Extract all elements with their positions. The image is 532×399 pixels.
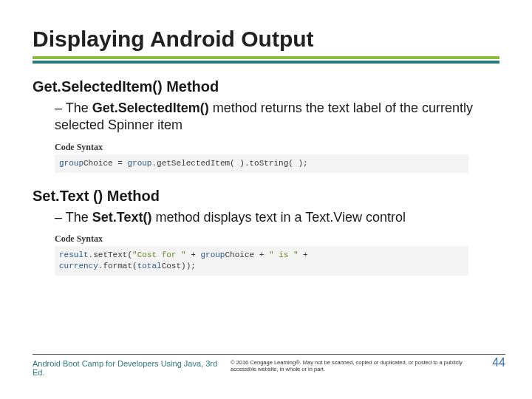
page-number: 44 xyxy=(488,356,505,369)
bullet-get-selected: – The Get.SelectedItem() method returns … xyxy=(55,100,499,134)
syntax-code-get-selected: groupChoice = group.getSelectedItem( ).t… xyxy=(55,154,468,173)
bullet-text-prefix: – The xyxy=(55,210,92,225)
page-title: Displaying Android Output xyxy=(33,27,499,52)
footer-copyright: © 2016 Cengage Learning®. May not be sca… xyxy=(231,359,488,373)
syntax-label: Code Syntax xyxy=(55,232,468,246)
bullet-text-bold: Get.SelectedItem() xyxy=(92,100,209,115)
syntax-block-get-selected: Code Syntax groupChoice = group.getSelec… xyxy=(55,140,468,173)
bullet-set-text: – The Set.Text() method displays text in… xyxy=(55,209,499,226)
syntax-code-set-text: result.setText("Cost for " + groupChoice… xyxy=(55,246,468,276)
divider-green xyxy=(33,56,499,59)
divider-teal xyxy=(33,61,499,64)
heading-get-selected: Get.SelectedItem() Method xyxy=(33,78,499,95)
bullet-text-bold: Set.Text() xyxy=(92,210,152,225)
bullet-text-rest: method displays text in a Text.View cont… xyxy=(151,210,406,225)
heading-set-text: Set.Text () Method xyxy=(33,188,499,205)
syntax-label: Code Syntax xyxy=(55,140,468,154)
footer: Android Boot Camp for Developers Using J… xyxy=(33,354,505,377)
section-get-selected: Get.SelectedItem() Method – The Get.Sele… xyxy=(33,78,499,173)
footer-book-title: Android Boot Camp for Developers Using J… xyxy=(33,359,231,377)
section-set-text: Set.Text () Method – The Set.Text() meth… xyxy=(33,188,499,276)
bullet-text-prefix: – The xyxy=(55,100,92,115)
syntax-block-set-text: Code Syntax result.setText("Cost for " +… xyxy=(55,232,468,276)
